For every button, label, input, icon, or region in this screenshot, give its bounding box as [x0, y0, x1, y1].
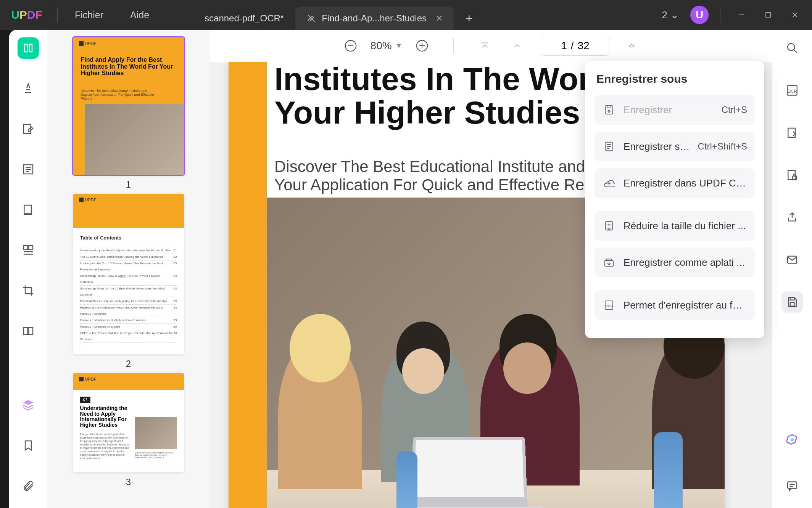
page-subtitle: Discover The Best Educational Institute …	[274, 158, 601, 195]
thumbnail-page-2[interactable]: UPDF Table of Contents Understanding the…	[73, 194, 184, 354]
section-number: 01	[80, 397, 90, 403]
section-caption: When it comes to fulfilling the student …	[135, 452, 177, 458]
attachment-button[interactable]	[18, 475, 39, 497]
share-button[interactable]	[781, 207, 803, 228]
first-page-button[interactable]	[477, 37, 493, 54]
ocr-button[interactable]: OCR	[781, 80, 803, 101]
tab-find-and-apply[interactable]: Find-and-Ap...her-Studies ×	[295, 7, 454, 30]
new-tab-button[interactable]: +	[461, 11, 477, 26]
save-item-icon: PDF/A	[602, 298, 616, 312]
prev-page-button[interactable]	[509, 37, 525, 54]
save-item-2[interactable]: Enregistrer dans UPDF Cloud	[594, 168, 755, 198]
save-item-label: Enregistrer	[624, 104, 714, 116]
svg-rect-11	[24, 246, 28, 250]
close-icon[interactable]: ×	[436, 12, 442, 24]
compare-tool-button[interactable]	[18, 320, 39, 342]
layers-button[interactable]	[18, 394, 39, 416]
svg-rect-27	[793, 176, 797, 180]
mini-title: Find and Apply For the Best Institutes I…	[81, 56, 176, 77]
mini-logo-label: UPDF	[85, 41, 97, 46]
page-tool-button[interactable]	[18, 199, 39, 220]
save-item-icon	[602, 219, 616, 233]
protect-button[interactable]	[781, 164, 803, 186]
email-button[interactable]	[781, 249, 803, 270]
svg-text:PDF/A: PDF/A	[605, 304, 613, 308]
save-item-0: EnregistrerCtrl+S	[594, 95, 755, 125]
content-topbar: 80% ▼ 1 / 32 ︿﹀	[209, 30, 772, 62]
svg-rect-35	[605, 106, 613, 114]
menu-file[interactable]: Fichier	[61, 10, 117, 21]
main-area: UPDF Find and Apply For the Best Institu…	[9, 30, 812, 508]
no-edit-icon	[307, 14, 316, 23]
svg-point-36	[608, 110, 610, 112]
edit-tool-button[interactable]	[18, 118, 39, 140]
right-tool-rail: OCR	[772, 30, 812, 508]
save-item-shortcut: Ctrl+S	[722, 104, 747, 115]
save-item-label: Permet d'enregistrer au for...	[624, 299, 747, 311]
save-item-label: Réduire la taille du fichier ...	[624, 220, 747, 232]
svg-line-22	[794, 50, 797, 53]
thumbnails-panel[interactable]: UPDF Find and Apply For the Best Institu…	[47, 30, 209, 508]
zoom-out-button[interactable]	[342, 37, 359, 54]
menu-help[interactable]: Aide	[117, 10, 163, 21]
zoom-value[interactable]: 80% ▼	[371, 40, 403, 52]
bookmark-button[interactable]	[18, 435, 39, 456]
svg-point-31	[790, 438, 794, 442]
svg-rect-12	[29, 246, 33, 250]
thumbnail-label: 3	[126, 477, 131, 487]
app-logo: UPDF	[0, 8, 53, 21]
svg-rect-32	[788, 482, 797, 488]
save-item-1[interactable]: Enregistrer so...Ctrl+Shift+S	[594, 132, 755, 161]
avatar[interactable]: U	[690, 6, 709, 24]
crop-tool-button[interactable]	[18, 280, 39, 301]
save-as-panel: Enregistrer sous EnregistrerCtrl+SEnregi…	[585, 61, 764, 338]
mini-logo-label: UPDF	[85, 377, 97, 381]
chevron-down-icon: ▼	[396, 42, 403, 50]
minimize-button[interactable]	[732, 7, 751, 23]
page-dropdown-button[interactable]: ︿﹀	[625, 42, 639, 49]
ai-button[interactable]	[781, 429, 803, 450]
save-item-label: Enregistrer so...	[624, 141, 690, 153]
page-title: Institutes In The World Your Higher Stud…	[274, 62, 619, 129]
titlebar: UPDF Fichier Aide scanned-pdf_OCR* Find-…	[0, 0, 812, 30]
save-item-3[interactable]: Réduire la taille du fichier ...	[594, 211, 755, 241]
comment-button[interactable]	[781, 475, 803, 497]
thumbnail-label: 1	[126, 179, 131, 190]
maximize-button[interactable]	[759, 7, 778, 23]
history-pill[interactable]: 2 ⌄	[658, 7, 683, 23]
save-item-5[interactable]: PDF/APermet d'enregistrer au for...	[594, 290, 755, 320]
thumbnail-page-3[interactable]: UPDF 01 Understanding the Need to Apply …	[73, 373, 184, 472]
close-window-button[interactable]	[785, 7, 804, 23]
save-item-icon	[602, 256, 616, 269]
tab-scanned-pdf[interactable]: scanned-pdf_OCR*	[193, 7, 295, 30]
section-text: Every child's dream is to be part of an …	[80, 432, 130, 460]
svg-rect-29	[790, 297, 794, 300]
mini-subtitle: Discover The Best Educational Institute …	[81, 89, 157, 100]
tab-label: scanned-pdf_OCR*	[205, 13, 284, 24]
thumbnail-label: 2	[126, 358, 131, 369]
save-item-label: Enregistrer comme aplati ...	[624, 257, 747, 268]
thumbnail-page-1[interactable]: UPDF Find and Apply For the Best Institu…	[73, 37, 184, 175]
chevron-down-icon: ⌄	[670, 9, 679, 21]
save-panel-title: Enregistrer sous	[594, 72, 755, 85]
save-item-icon	[602, 103, 616, 117]
save-item-shortcut: Ctrl+Shift+S	[698, 141, 747, 152]
save-item-icon	[602, 140, 616, 153]
save-item-icon	[602, 176, 616, 190]
save-item-label: Enregistrer dans UPDF Cloud	[624, 177, 747, 189]
page-input[interactable]: 1 / 32	[541, 36, 609, 56]
reader-mode-button[interactable]	[18, 37, 39, 59]
zoom-in-button[interactable]	[414, 37, 430, 54]
svg-text:OCR: OCR	[787, 89, 797, 93]
titlebar-right: 2 ⌄ U	[658, 6, 812, 24]
convert-button[interactable]	[781, 122, 803, 143]
search-button[interactable]	[781, 37, 803, 59]
form-tool-button[interactable]	[18, 159, 39, 180]
save-item-4[interactable]: Enregistrer comme aplati ...	[594, 248, 755, 277]
pill-value: 2	[662, 9, 667, 21]
section-title: Understanding the Need to Apply Internat…	[80, 405, 130, 428]
tab-label: Find-and-Ap...her-Studies	[322, 13, 427, 24]
organize-tool-button[interactable]	[18, 240, 39, 261]
save-button[interactable]	[781, 291, 803, 313]
highlight-tool-button[interactable]	[18, 78, 39, 99]
